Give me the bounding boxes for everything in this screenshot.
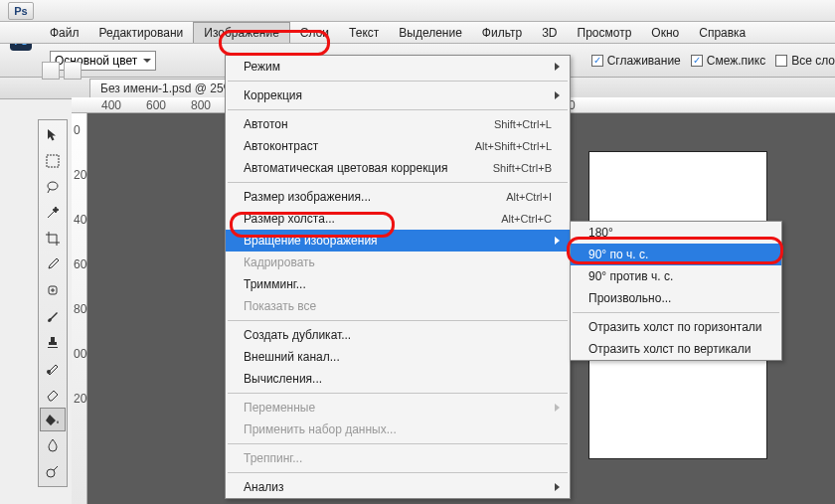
menu-item-canvassize[interactable]: Размер холста...Alt+Ctrl+C bbox=[226, 208, 570, 230]
lasso-tool[interactable] bbox=[40, 175, 66, 199]
menu-layers[interactable]: Слои bbox=[290, 22, 339, 43]
bucket-tool[interactable] bbox=[40, 408, 66, 431]
ruler-vertical: 0 200 400 600 800 000 200 bbox=[72, 113, 87, 504]
svg-point-6 bbox=[47, 469, 55, 477]
history-brush-tool[interactable] bbox=[40, 356, 66, 380]
stamp-tool[interactable] bbox=[40, 330, 66, 354]
ruler-tick: 800 bbox=[191, 98, 211, 112]
submenu-item-flipv[interactable]: Отразить холст по вертикали bbox=[571, 338, 781, 360]
menu-item-dataset: Применить набор данных... bbox=[226, 419, 570, 440]
all-layers-checkbox[interactable]: Все сло bbox=[775, 54, 835, 68]
menu-image-dropdown: Режим Коррекция АвтотонShift+Ctrl+L Авто… bbox=[225, 55, 571, 499]
wand-tool[interactable] bbox=[40, 201, 66, 225]
eraser-tool[interactable] bbox=[40, 382, 66, 406]
menu-item-revealall: Показать все bbox=[226, 295, 570, 317]
menu-item-crop: Кадрировать bbox=[226, 252, 570, 273]
menu-item-mode[interactable]: Режим bbox=[226, 56, 570, 78]
svg-point-3 bbox=[48, 182, 58, 190]
healing-tool[interactable] bbox=[40, 278, 66, 302]
checkbox-icon: ✓ bbox=[691, 55, 703, 67]
menu-image[interactable]: Изображение bbox=[193, 22, 290, 43]
menu-select[interactable]: Выделение bbox=[389, 22, 472, 43]
menu-item-trim[interactable]: Тримминг... bbox=[226, 273, 570, 295]
move-tool[interactable] bbox=[40, 123, 66, 147]
menu-item-trap: Треппинг... bbox=[226, 447, 570, 469]
submenu-rotation: 180° 90° по ч. с. 90° против ч. с. Произ… bbox=[570, 221, 782, 361]
menu-item-autotone[interactable]: АвтотонShift+Ctrl+L bbox=[226, 113, 570, 135]
menu-help[interactable]: Справка bbox=[689, 22, 755, 43]
menu-item-adjust[interactable]: Коррекция bbox=[226, 84, 570, 106]
antialias-checkbox[interactable]: ✓ Сглаживание bbox=[591, 54, 681, 68]
checkbox-label: Все сло bbox=[791, 54, 835, 68]
submenu-arrow-icon bbox=[555, 237, 560, 245]
menu-item-rotation[interactable]: Вращение изображения bbox=[226, 230, 570, 252]
crop-tool[interactable] bbox=[40, 227, 66, 251]
menu-separator bbox=[228, 81, 568, 82]
menu-separator bbox=[228, 320, 568, 321]
ruler-tick: 400 bbox=[101, 98, 121, 112]
menu-separator bbox=[228, 109, 568, 110]
menu-file[interactable]: Файл bbox=[40, 22, 89, 43]
menu-text[interactable]: Текст bbox=[339, 22, 389, 43]
menu-3d[interactable]: 3D bbox=[532, 22, 567, 43]
tool-palette bbox=[38, 119, 68, 487]
submenu-item-arbitrary[interactable]: Произвольно... bbox=[571, 287, 781, 309]
checkbox-icon bbox=[775, 55, 787, 67]
submenu-item-90ccw[interactable]: 90° против ч. с. bbox=[571, 265, 781, 287]
menu-window[interactable]: Окно bbox=[641, 22, 689, 43]
menu-item-imagesize[interactable]: Размер изображения...Alt+Ctrl+I bbox=[226, 186, 570, 208]
brush-tool[interactable] bbox=[40, 304, 66, 328]
submenu-item-90cw[interactable]: 90° по ч. с. bbox=[571, 244, 781, 265]
menu-separator bbox=[228, 393, 568, 394]
menu-filter[interactable]: Фильтр bbox=[472, 22, 532, 43]
menubar: Файл Редактировани Изображение Слои Текс… bbox=[0, 22, 835, 44]
chevron-down-icon bbox=[143, 59, 151, 63]
chevron-down-icon bbox=[64, 62, 82, 80]
checkbox-label: Сглаживание bbox=[607, 54, 681, 68]
submenu-arrow-icon bbox=[555, 483, 560, 491]
menu-item-analysis[interactable]: Анализ bbox=[226, 476, 570, 498]
menu-item-autocontrast[interactable]: АвтоконтрастAlt+Shift+Ctrl+L bbox=[226, 135, 570, 157]
menu-separator bbox=[573, 312, 779, 313]
svg-rect-2 bbox=[47, 155, 59, 167]
tool-preset-picker[interactable] bbox=[42, 62, 82, 80]
menu-item-variables: Переменные bbox=[226, 397, 570, 419]
ps-app-icon: Ps bbox=[8, 2, 34, 20]
submenu-arrow-icon bbox=[555, 404, 560, 412]
contiguous-checkbox[interactable]: ✓ Смеж.пикс bbox=[691, 54, 765, 68]
svg-point-5 bbox=[47, 370, 51, 374]
menu-item-applyimage[interactable]: Внешний канал... bbox=[226, 346, 570, 368]
submenu-arrow-icon bbox=[555, 91, 560, 99]
menu-item-calculations[interactable]: Вычисления... bbox=[226, 368, 570, 390]
bucket-tool-icon bbox=[42, 62, 60, 80]
checkbox-icon: ✓ bbox=[591, 55, 603, 67]
eyedropper-tool[interactable] bbox=[40, 252, 66, 276]
menu-edit[interactable]: Редактировани bbox=[89, 22, 194, 43]
marquee-tool[interactable] bbox=[40, 149, 66, 173]
menu-separator bbox=[228, 443, 568, 444]
ruler-tick: 600 bbox=[146, 98, 166, 112]
submenu-item-fliph[interactable]: Отразить холст по горизонтали bbox=[571, 316, 781, 338]
dodge-tool[interactable] bbox=[40, 459, 66, 483]
ruler-tick: 0 bbox=[74, 123, 81, 137]
menu-view[interactable]: Просмотр bbox=[568, 22, 642, 43]
checkbox-label: Смеж.пикс bbox=[707, 54, 765, 68]
menu-item-autocolor[interactable]: Автоматическая цветовая коррекцияShift+C… bbox=[226, 157, 570, 179]
window-titlebar: Ps bbox=[0, 0, 835, 22]
menu-separator bbox=[228, 472, 568, 473]
submenu-arrow-icon bbox=[555, 63, 560, 71]
blur-tool[interactable] bbox=[40, 433, 66, 457]
menu-item-duplicate[interactable]: Создать дубликат... bbox=[226, 324, 570, 346]
submenu-item-180[interactable]: 180° bbox=[571, 222, 781, 244]
menu-separator bbox=[228, 182, 568, 183]
